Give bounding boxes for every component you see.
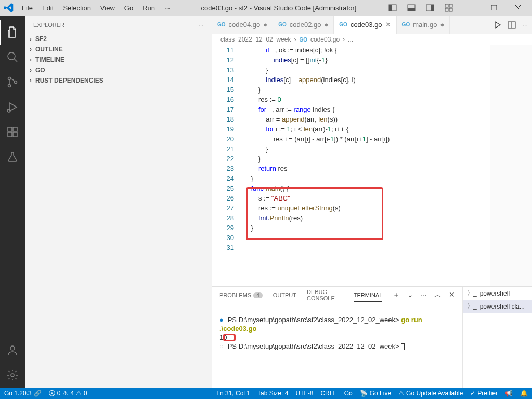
status-bell-icon[interactable]: 🔔	[520, 390, 528, 397]
svg-rect-8	[445, 8, 448, 11]
svg-point-12	[8, 52, 15, 60]
menu-selection[interactable]: Selection	[59, 2, 95, 14]
status-problems[interactable]: ⓧ 0 ⚠ 4 ⚠ 0	[49, 389, 87, 398]
svg-rect-9	[449, 8, 452, 11]
status-golive[interactable]: 📡 Go Live	[360, 390, 391, 397]
terminal-icon: 〉_	[467, 289, 477, 298]
status-encoding[interactable]: UTF-8	[295, 390, 313, 397]
svg-rect-10	[468, 8, 473, 8]
activity-scm-icon[interactable]	[0, 70, 25, 95]
explorer-section[interactable]: ›RUST DEPENDENCIES	[25, 75, 212, 86]
menubar: File Edit Selection View Go Run ···	[18, 2, 174, 14]
go-file-icon: GO	[217, 22, 226, 28]
layout-toggle-1-icon[interactable]	[383, 1, 402, 15]
window-minimize-button[interactable]	[458, 0, 482, 16]
status-eol[interactable]: CRLF	[320, 390, 336, 397]
explorer-section[interactable]: ›SF2	[25, 34, 212, 44]
svg-point-21	[10, 346, 15, 350]
editor-tab[interactable]: GOmain.go●	[397, 16, 450, 34]
editor-tab[interactable]: GOcode03.go✕	[334, 16, 396, 34]
panel-tab-output[interactable]: OUTPUT	[273, 289, 296, 301]
line-number-gutter: 1112131415161718192021222324252627282930…	[212, 45, 243, 286]
terminal-new-icon[interactable]: ＋	[393, 290, 400, 300]
editor-tab[interactable]: GOcode04.go●	[212, 16, 273, 34]
editor-area: GOcode04.go●GOcode02.go●GOcode03.go✕GOma…	[212, 16, 532, 388]
split-editor-icon[interactable]	[508, 21, 516, 29]
status-go-version[interactable]: Go 1.20.3 🔗	[4, 390, 42, 397]
activity-search-icon[interactable]	[0, 45, 25, 70]
activity-account-icon[interactable]	[0, 338, 25, 363]
svg-rect-11	[491, 5, 497, 10]
activity-extensions-icon[interactable]	[0, 119, 25, 144]
activity-test-icon[interactable]	[0, 144, 25, 169]
editor-more-icon[interactable]: ···	[522, 21, 528, 29]
status-cursor[interactable]: Ln 31, Col 1	[216, 390, 250, 397]
breadcrumb-symbol[interactable]: ...	[348, 36, 353, 43]
status-update[interactable]: ⚠ Go Update Available	[398, 390, 463, 397]
svg-rect-20	[13, 127, 17, 131]
menu-file[interactable]: File	[18, 2, 37, 14]
explorer-section[interactable]: ›GO	[25, 65, 212, 75]
terminal-list-item[interactable]: 〉_powershell	[463, 287, 532, 300]
status-tabsize[interactable]: Tab Size: 4	[257, 390, 288, 397]
panel-tab-terminal[interactable]: TERMINAL	[354, 289, 383, 302]
panel-close-icon[interactable]: ✕	[449, 290, 455, 300]
terminal-more-icon[interactable]: ···	[421, 290, 427, 300]
run-icon[interactable]	[493, 21, 501, 29]
vscode-logo-icon	[4, 3, 14, 12]
bottom-panel: PROBLEMS4 OUTPUT DEBUG CONSOLE TERMINAL …	[212, 286, 532, 388]
layout-customize-icon[interactable]	[439, 1, 458, 15]
layout-toggle-2-icon[interactable]	[402, 1, 421, 15]
breadcrumb-folder[interactable]: class_2022_12_02_week	[220, 36, 291, 43]
window-maximize-button[interactable]	[482, 0, 506, 16]
dirty-indicator-icon: ●	[324, 21, 328, 29]
svg-rect-3	[408, 8, 415, 11]
terminal-content[interactable]: ● PS D:\mysetup\gopath\src\sf2\class_202…	[212, 303, 462, 388]
activity-bar	[0, 16, 25, 388]
menu-run[interactable]: Run	[138, 2, 159, 14]
explorer-title: EXPLORER	[33, 22, 64, 28]
panel-maximize-icon[interactable]: ︿	[434, 290, 442, 300]
panel-tab-debug[interactable]: DEBUG CONSOLE	[307, 286, 343, 304]
svg-point-22	[11, 374, 14, 377]
status-feedback-icon[interactable]: 📢	[505, 390, 513, 397]
explorer-section[interactable]: ›TIMELINE	[25, 55, 212, 65]
menu-go[interactable]: Go	[120, 2, 137, 14]
go-file-icon: GO	[299, 37, 307, 43]
layout-toggle-3-icon[interactable]	[421, 1, 439, 15]
panel-tab-problems[interactable]: PROBLEMS4	[219, 289, 263, 301]
activity-settings-icon[interactable]	[0, 363, 25, 388]
terminal-split-dropdown-icon[interactable]: ⌄	[407, 290, 413, 300]
menu-more[interactable]: ···	[160, 2, 174, 14]
svg-point-14	[8, 85, 11, 87]
activity-debug-icon[interactable]	[0, 95, 25, 119]
editor-tab[interactable]: GOcode02.go●	[273, 16, 334, 34]
explorer-section[interactable]: ›OUTLINE	[25, 44, 212, 55]
terminal-list: 〉_powershell〉_powershell cla...	[462, 287, 532, 388]
menu-view[interactable]: View	[96, 2, 119, 14]
window-close-button[interactable]	[506, 0, 530, 16]
svg-rect-7	[449, 4, 452, 7]
menu-edit[interactable]: Edit	[38, 2, 58, 14]
terminal-list-item[interactable]: 〉_powershell cla...	[463, 300, 532, 313]
editor-tabs: GOcode04.go●GOcode02.go●GOcode03.go✕GOma…	[212, 16, 532, 34]
status-lang[interactable]: Go	[344, 390, 353, 397]
breadcrumb[interactable]: class_2022_12_02_week › GO code03.go › .…	[212, 34, 532, 45]
svg-rect-19	[13, 132, 17, 137]
minimap[interactable]	[490, 45, 532, 286]
svg-rect-5	[431, 5, 434, 11]
sidebar-explorer: EXPLORER ··· ›SF2›OUTLINE›TIMELINE›GO›RU…	[25, 16, 212, 388]
dirty-indicator-icon: ●	[263, 21, 267, 29]
status-prettier[interactable]: ✓ Prettier	[470, 390, 498, 397]
svg-rect-18	[8, 132, 12, 137]
activity-explorer-icon[interactable]	[0, 20, 25, 45]
dirty-indicator-icon: ●	[440, 21, 444, 29]
explorer-more-icon[interactable]: ···	[199, 22, 203, 28]
breadcrumb-file[interactable]: code03.go	[310, 36, 340, 43]
code-editor[interactable]: if _, ok := indies[c]; !ok { indies[c] =…	[243, 45, 490, 286]
close-icon[interactable]: ✕	[385, 21, 391, 29]
status-bar: Go 1.20.3 🔗 ⓧ 0 ⚠ 4 ⚠ 0 Ln 31, Col 1 Tab…	[0, 388, 532, 399]
svg-rect-1	[389, 5, 392, 11]
svg-rect-6	[445, 4, 448, 7]
go-file-icon: GO	[339, 22, 347, 28]
